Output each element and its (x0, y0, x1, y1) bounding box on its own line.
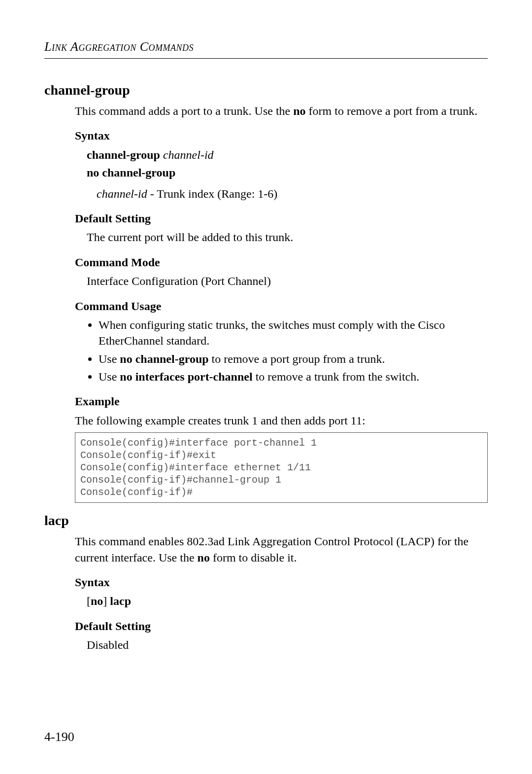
usage-item-2-bold: no channel-group (120, 352, 208, 365)
default-heading: Default Setting (75, 211, 488, 226)
usage-item-3-bold: no interfaces port-channel (120, 370, 252, 383)
syntax-heading: Syntax (75, 128, 488, 143)
lacp-intro: This command enables 802.3ad Link Aggreg… (75, 533, 488, 565)
intro-text-post: form to remove a port from a trunk. (306, 105, 478, 117)
usage-item-1: When configuring static trunks, the swit… (99, 317, 488, 349)
example-text: The following example creates trunk 1 an… (75, 413, 488, 428)
usage-item-2: Use no channel-group to remove a port gr… (99, 351, 488, 367)
lacp-intro-post: form to disable it. (210, 551, 297, 564)
syntax-cmd: channel-group (87, 148, 160, 161)
channel-group-body: This command adds a port to a trunk. Use… (75, 103, 488, 503)
example-heading: Example (75, 393, 488, 409)
syntax-line-1: channel-group channel-id (87, 147, 488, 163)
default-text: The current port will be added to this t… (87, 229, 488, 245)
syntax-block: channel-group channel-id no channel-grou… (87, 147, 488, 202)
lacp-body: This command enables 802.3ad Link Aggreg… (75, 533, 488, 653)
lacp-syntax-no: no (91, 595, 103, 607)
usage-item-3-post: to remove a trunk from the switch. (253, 370, 420, 383)
lacp-syntax-lacp: lacp (110, 595, 131, 607)
lacp-default-text: Disabled (87, 637, 488, 653)
mode-heading: Command Mode (75, 254, 488, 270)
usage-item-2-pre: Use (99, 352, 120, 365)
example-code: Console(config)#interface port-channel 1… (75, 432, 488, 503)
syntax-arg: channel-id (163, 148, 214, 161)
intro-text-bold: no (293, 105, 305, 117)
lacp-default-heading: Default Setting (75, 618, 488, 634)
usage-heading: Command Usage (75, 298, 488, 314)
usage-item-3: Use no interfaces port-channel to remove… (99, 369, 488, 385)
header-rule (44, 58, 488, 59)
lacp-syntax-heading: Syntax (75, 574, 488, 590)
usage-item-2-post: to remove a port group from a trunk. (209, 352, 385, 365)
lacp-syntax-block: [no] lacp (87, 593, 488, 609)
channel-group-intro: This command adds a port to a trunk. Use… (75, 103, 488, 119)
page-container: Link Aggregation Commands channel-group … (0, 0, 532, 774)
syntax-arg-desc: channel-id - Trunk index (Range: 1-6) (97, 186, 488, 202)
usage-item-3-pre: Use (99, 370, 120, 383)
syntax-line-2: no channel-group (87, 165, 488, 180)
lacp-syntax-line: [no] lacp (87, 593, 488, 609)
lacp-syntax-mid: ] (103, 595, 110, 607)
page-header: Link Aggregation Commands (44, 39, 488, 54)
usage-list: When configuring static trunks, the swit… (99, 317, 488, 385)
intro-text-pre: This command adds a port to a trunk. Use… (75, 105, 293, 117)
syntax-arg-text: - Trunk index (Range: 1-6) (147, 187, 278, 200)
lacp-intro-bold: no (198, 551, 210, 564)
mode-text: Interface Configuration (Port Channel) (87, 273, 488, 289)
section-title-lacp: lacp (44, 513, 488, 528)
page-number: 4-190 (44, 730, 74, 744)
syntax-arg-name: channel-id (97, 187, 147, 200)
lacp-syntax-pre: [ (87, 595, 91, 607)
section-title-channel-group: channel-group (44, 82, 488, 98)
